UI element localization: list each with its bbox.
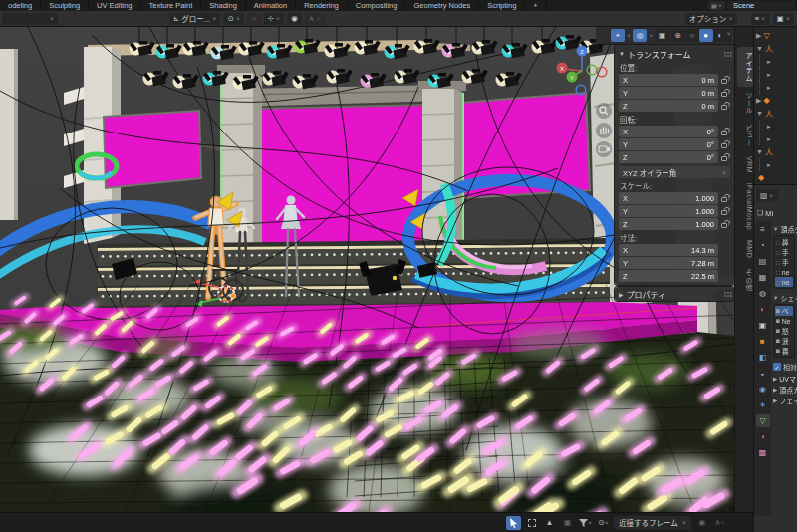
snap-settings-dropdown[interactable]: ⊹∨ [264,13,285,25]
mode-dropdown[interactable]: ∨ [2,13,58,25]
sidebar-tab-iFacialMocap[interactable]: iFacialMocap [737,178,753,235]
workspace-tab-shading[interactable]: Shading [201,0,246,11]
checkbox-checked-icon[interactable]: ✓ [773,363,781,371]
outliner-row[interactable]: ▶▽ [754,29,797,42]
shape-keys-header[interactable]: ▼シェイプキー [773,292,797,303]
list-item[interactable]: ∷手 [775,257,793,267]
lock-icon[interactable] [721,131,727,135]
shading-rendered-button[interactable]: ◐ [713,29,727,42]
snap-mode-dropdown[interactable]: 近接するフレーム ∨ [614,516,691,530]
falloff-button[interactable]: ∧∨ [712,516,727,530]
list-item[interactable]: ◙Ne [775,316,793,326]
collapsed-panel-頂点カラー[interactable]: ▶頂点カラー [773,384,797,395]
tweak-tool-button[interactable] [506,516,521,530]
outliner-display-button[interactable]: ▣∨ [773,13,795,25]
workspace-tab-scripting[interactable]: Scripting [479,0,525,11]
relative-checkbox-row[interactable]: ✓ 相対 [773,361,797,373]
transform-panel-header[interactable]: ▼ トランスフォーム [619,48,730,60]
shading-material-button[interactable]: ● [699,29,713,42]
proportional-edit-toggle[interactable]: ◉ [287,13,302,25]
value-field[interactable]: X0° [619,126,718,137]
overlays-dropdown[interactable]: ∨ [649,33,653,38]
sidebar-tab-その他[interactable]: その他 [737,264,753,297]
outliner-row[interactable]: ▸ [759,68,797,81]
lock-icon[interactable] [721,92,727,97]
panel-grip-icon[interactable] [724,292,726,294]
shape-keys-list[interactable]: ◙ベ◙Ne◙怒◙涙◙喜 [773,304,795,358]
snap-toggle[interactable]: ∩ [247,13,260,25]
gizmo-toggle[interactable]: + [611,29,625,42]
value-field[interactable]: Z1.000 [619,218,718,230]
properties-tab-material[interactable]: ◑ [756,430,770,443]
lock-icon[interactable] [721,210,727,215]
lock-icon[interactable] [721,197,727,202]
sidebar-tab-ビュー[interactable]: ビュー [737,120,753,152]
list-item[interactable]: ◙涙 [775,336,793,346]
value-field[interactable]: Y1.000 [619,205,718,217]
filter-button[interactable]: ∨ [578,516,593,530]
workspace-tab-texture-paint[interactable]: Texture Paint [141,0,202,11]
list-item[interactable]: ◙ベ [775,306,793,316]
list-item[interactable]: ∷ne [775,267,793,277]
lock-icon[interactable] [721,79,727,84]
scene-name-field[interactable]: Scene [727,1,795,10]
shading-solid-button[interactable]: ○ [685,29,699,42]
panel-grip-icon[interactable] [724,52,726,54]
outliner-filter-button[interactable]: ≡∨ [751,13,770,25]
outliner-row[interactable]: ▼人 [754,42,797,55]
list-item[interactable]: ∷鼻 [775,237,793,247]
camera-view-button[interactable] [596,141,612,157]
list-item[interactable]: ∷手 [775,247,793,257]
value-field[interactable]: Z22.5 m [619,270,718,282]
properties-tab-object[interactable]: ■ [756,335,770,348]
outliner-row[interactable]: ▸ [759,81,797,94]
options-dropdown[interactable]: オプション∨ [685,13,737,25]
workspace-tab-uv-editing[interactable]: UV Editing [89,0,140,11]
outliner-row[interactable]: ▼人 [754,145,797,158]
falloff-dropdown[interactable]: ∧∨ [305,13,325,25]
lock-icon[interactable] [721,223,727,228]
properties-tab-output[interactable]: ▤ [756,255,770,268]
workspace-tab-geometry-nodes[interactable]: Geometry Nodes [405,0,479,11]
properties-tab-texture[interactable]: ▩ [756,446,770,459]
outliner-row[interactable]: ▸ [759,120,797,133]
lock-icon[interactable] [721,143,727,148]
scene-browse-button[interactable]: ▤∨ [708,1,725,10]
outliner[interactable]: ▶▽▼人▸▸▸▶◆▼人▸▸▼人▸◆ [753,27,797,184]
sidebar-tab-ツール[interactable]: ツール [737,87,753,120]
vertex-groups-header[interactable]: ▼頂点グループ [773,223,797,234]
box-select-tool-button[interactable] [524,516,539,530]
pivot-dropdown[interactable]: ⊙∨ [223,13,244,25]
outliner-row[interactable]: ▶◆ [754,94,797,107]
collapsed-panel-UVマップ[interactable]: ▶UVマップ [773,373,797,384]
workspace-tab-animation[interactable]: Animation [246,0,296,11]
properties-tab-physics[interactable]: ◒ [756,367,770,380]
outliner-row[interactable]: ▸ [759,55,797,68]
properties-tab-world[interactable]: ◐ [756,303,770,316]
collapsed-panel-フェイスマップ[interactable]: ▶フェイスマップ [773,395,797,405]
workspace-tab-sculpting[interactable]: Sculpting [41,0,89,11]
properties-tab-scene[interactable]: ◍ [756,287,770,300]
value-field[interactable]: Z0° [619,151,718,163]
workspace-tab--[interactable]: + [525,0,546,11]
shading-dropdown[interactable]: ∨ [727,31,731,40]
snap-target-button[interactable]: ⊙∨ [596,516,611,530]
list-item[interactable]: ◙怒 [775,326,793,336]
list-item[interactable]: ◙喜 [775,346,793,356]
list-item[interactable]: ∷ne [775,277,793,287]
pan-button[interactable] [596,123,612,138]
shading-wireframe-button[interactable]: ⊕ [671,29,685,42]
properties-tab-render[interactable]: ◔ [756,239,770,252]
annotate-tool-button[interactable]: ▲ [542,516,557,530]
vertex-groups-list[interactable]: ∷鼻∷手∷手∷ne∷ne [773,235,795,289]
zoom-button[interactable] [596,103,612,119]
properties-tab-view-layer[interactable]: ▦ [756,271,770,284]
lock-icon[interactable] [721,156,727,161]
value-field[interactable]: Y0 m [619,87,718,99]
orientation-dropdown[interactable]: ⊾グロー...∨ [169,13,220,25]
properties-tab-modifiers[interactable]: ◧ [756,351,770,364]
value-field[interactable]: X14.3 m [619,244,718,256]
value-field[interactable]: X0 m [619,74,718,86]
outliner-row[interactable]: ▸ [759,158,797,171]
sidebar-tab-アイテム[interactable]: アイテム [737,47,753,87]
